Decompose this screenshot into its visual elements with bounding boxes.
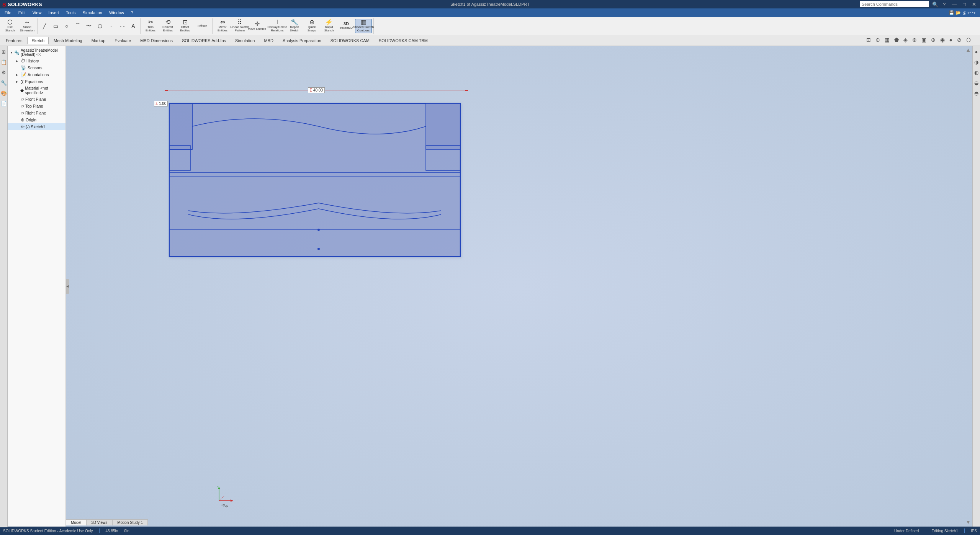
menu-insert[interactable]: Insert xyxy=(45,10,62,16)
spline-btn[interactable]: 〜 xyxy=(83,21,94,31)
dim-arrow-right xyxy=(465,90,468,91)
menu-simulation[interactable]: Simulation xyxy=(80,10,105,16)
history-label: History xyxy=(26,59,39,63)
display-delete-relations-btn[interactable]: ⊥ Display/DeleteRelations xyxy=(269,19,286,33)
right-icon-4[interactable]: ◒ xyxy=(973,79,979,87)
menu-tools[interactable]: Tools xyxy=(63,10,79,16)
rapid-sketch-btn[interactable]: ⚡ RapidSketch xyxy=(321,19,337,33)
instant3d-btn[interactable]: 3D Instant3D xyxy=(338,19,355,33)
ctx-view1-icon[interactable]: ⊡ xyxy=(865,36,872,44)
toolbar-group-draw: ╱ ▭ ○ ⌒ 〜 ⬡ · - - A xyxy=(39,18,141,34)
appearances-icon[interactable]: 🎨 xyxy=(0,89,8,98)
ctx-view4-icon[interactable]: ⬟ xyxy=(893,36,900,44)
line-btn[interactable]: ╱ xyxy=(39,21,50,31)
circle-icon: ○ xyxy=(65,23,68,29)
btab-3dviews[interactable]: 3D Views xyxy=(86,519,112,525)
ctx-view3-icon[interactable]: ▦ xyxy=(883,36,891,44)
rectangle-btn[interactable]: ▭ xyxy=(50,21,61,31)
scroll-up-icon[interactable]: ▲ xyxy=(965,47,971,53)
help-button[interactable]: ? xyxy=(941,2,947,7)
close-button[interactable]: ✕ xyxy=(970,2,978,7)
text-btn[interactable]: A xyxy=(128,21,139,31)
canvas-area[interactable]: Σ 40.00 Σ 1.00 X Y *Top ▲ ▼ ◀ xyxy=(66,46,972,527)
linear-sketch-pattern-btn[interactable]: ⠿ Linear SketchPattern xyxy=(231,19,248,33)
mirror-entities-btn[interactable]: ⇔ MirrorEntities xyxy=(214,19,231,33)
exit-sketch-btn[interactable]: ⬡ ExitSketch xyxy=(2,19,18,33)
point-icon: · xyxy=(110,23,112,29)
tree-model-header[interactable]: ▼ 🔩 AgassizTheatreModel (Default) << xyxy=(8,47,65,57)
status-sep-2 xyxy=(925,528,925,533)
right-icon-1[interactable]: ● xyxy=(974,47,979,56)
tab-solidworks-addins[interactable]: SOLIDWORKS Add-Ins xyxy=(178,37,230,44)
minimize-button[interactable]: — xyxy=(950,2,958,7)
tree-item-front-plane[interactable]: ▱ Front Plane xyxy=(8,96,65,103)
ctx-view8-icon[interactable]: ⊕ xyxy=(929,36,937,44)
smart-dimension-btn[interactable]: ↔ SmartDimension xyxy=(19,19,36,33)
tab-evaluate[interactable]: Evaluate xyxy=(110,37,135,44)
shaded-sketch-contours-btn[interactable]: ▦ Shaded SketchContours xyxy=(355,19,372,33)
repair-sketch-icon: 🔧 xyxy=(291,19,298,25)
repair-sketch-btn[interactable]: 🔧 RepairSketch xyxy=(286,19,303,33)
tab-solidworks-cam[interactable]: SOLIDWORKS CAM xyxy=(326,37,374,44)
tab-simulation[interactable]: Simulation xyxy=(231,37,259,44)
tab-features[interactable]: Features xyxy=(2,37,26,44)
offset-entities-btn[interactable]: ⊡ OffsetEntities xyxy=(177,19,193,33)
tree-item-material[interactable]: ◆ Material <not specified> xyxy=(8,85,65,96)
ctx-view9-icon[interactable]: ◉ xyxy=(939,36,946,44)
tab-analysis-preparation[interactable]: Analysis Preparation xyxy=(278,37,326,44)
right-icon-5[interactable]: ◓ xyxy=(973,89,979,98)
tab-mesh-modeling[interactable]: Mesh Modeling xyxy=(49,37,87,44)
restore-button[interactable]: □ xyxy=(961,2,967,7)
quick-snaps-btn[interactable]: ⊕ QuickSnaps xyxy=(303,19,320,33)
convert-entities-btn[interactable]: ⟲ ConvertEntities xyxy=(159,19,176,33)
centerline-btn[interactable]: - - xyxy=(117,21,128,31)
point-btn[interactable]: · xyxy=(106,21,116,31)
menu-window[interactable]: Window xyxy=(106,10,127,16)
scroll-down-icon[interactable]: ▼ xyxy=(965,519,971,525)
annotations-expand-arrow: ▶ xyxy=(16,73,20,77)
ctx-view6-icon[interactable]: ⊗ xyxy=(911,36,918,44)
tree-item-origin[interactable]: ⊕ Origin xyxy=(8,116,65,123)
tree-item-equations[interactable]: ▶ ∑ Equations xyxy=(8,78,65,85)
config-manager-icon[interactable]: ⚙ xyxy=(1,68,7,77)
move-entities-btn[interactable]: ✛ Move Entities xyxy=(249,19,265,33)
tab-markup[interactable]: Markup xyxy=(87,37,110,44)
polygon-btn[interactable]: ⬡ xyxy=(95,21,105,31)
btab-motion-study[interactable]: Motion Study 1 xyxy=(112,519,148,525)
tab-mbd-dimensions[interactable]: MBD Dimensions xyxy=(136,37,177,44)
dim-value-y: Σ 1.00 xyxy=(154,101,168,106)
right-icon-3[interactable]: ◐ xyxy=(973,68,979,77)
cam-manager-icon[interactable]: 🔧 xyxy=(0,79,8,87)
menu-file[interactable]: File xyxy=(2,10,15,16)
ctx-view2-icon[interactable]: ⊙ xyxy=(874,36,882,44)
tree-item-right-plane[interactable]: ▱ Right Plane xyxy=(8,110,65,116)
custom-props-icon[interactable]: 📄 xyxy=(0,99,8,108)
menu-view[interactable]: View xyxy=(29,10,45,16)
ctx-view11-icon[interactable]: ⊘ xyxy=(955,36,963,44)
menu-edit[interactable]: Edit xyxy=(15,10,29,16)
btab-model[interactable]: Model xyxy=(66,519,86,525)
tab-mbd[interactable]: MBD xyxy=(260,37,277,44)
ctx-view10-icon[interactable]: ● xyxy=(948,36,954,44)
menu-help[interactable]: ? xyxy=(128,10,136,16)
tree-item-top-plane[interactable]: ▱ Top Plane xyxy=(8,103,65,110)
right-icon-2[interactable]: ◑ xyxy=(973,58,979,67)
tree-item-annotations[interactable]: ▶ 📝 Annotations xyxy=(8,71,65,78)
ctx-view5-icon[interactable]: ◈ xyxy=(902,36,909,44)
ctx-view7-icon[interactable]: ▣ xyxy=(920,36,928,44)
equations-label: Equations xyxy=(25,79,43,84)
tab-solidworks-cam-tbm[interactable]: SOLIDWORKS CAM TBM xyxy=(375,37,432,44)
tree-item-history[interactable]: ▶ ⏱ History xyxy=(8,57,65,64)
panel-collapse-handle[interactable]: ◀ xyxy=(66,279,69,294)
feature-manager-icon[interactable]: ⊞ xyxy=(1,47,7,56)
tree-item-sketch1[interactable]: ✏ (-) Sketch1 xyxy=(8,123,65,130)
ctx-view12-icon[interactable]: ⬡ xyxy=(965,36,972,44)
tree-item-sensors[interactable]: 📡 Sensors xyxy=(8,64,65,71)
property-manager-icon[interactable]: 📋 xyxy=(0,58,8,67)
tab-sketch[interactable]: Sketch xyxy=(27,37,49,44)
circle-btn[interactable]: ○ xyxy=(61,21,72,31)
z-label: 0in xyxy=(124,529,129,533)
search-commands-input[interactable] xyxy=(860,1,929,7)
trim-entities-btn[interactable]: ✂ TrimEntities xyxy=(142,19,159,33)
arc-btn[interactable]: ⌒ xyxy=(72,21,83,31)
